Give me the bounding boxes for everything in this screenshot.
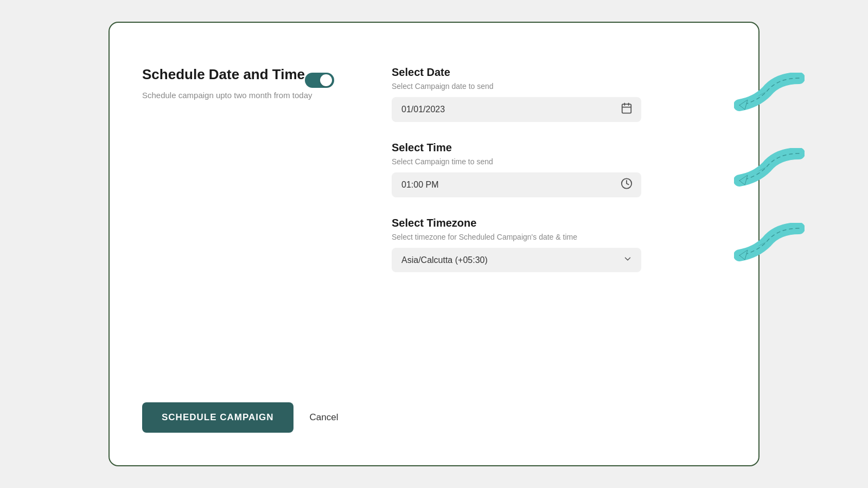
- right-section: Select Date Select Campaign date to send: [392, 55, 726, 272]
- schedule-card: Schedule Date and Time Schedule campaign…: [108, 22, 760, 466]
- timezone-field-block: Select Timezone Select timezone for Sche…: [392, 217, 726, 272]
- svg-line-20: [775, 181, 796, 191]
- time-field-label: Select Time: [392, 142, 726, 154]
- svg-line-15: [734, 148, 756, 159]
- date-field-hint: Select Campaign date to send: [392, 82, 726, 91]
- date-field-block: Select Date Select Campaign date to send: [392, 66, 726, 122]
- timezone-select-wrapper: Asia/Calcutta (+05:30) UTC (+00:00) Amer…: [392, 248, 641, 272]
- date-field-label: Select Date: [392, 66, 726, 79]
- svg-line-6: [734, 73, 756, 84]
- svg-line-26: [767, 255, 788, 266]
- toggle-knob: [320, 74, 332, 86]
- schedule-campaign-button[interactable]: SCHEDULE CAMPAIGN: [142, 402, 293, 433]
- arrow-decoration-timezone: [734, 223, 805, 266]
- arrow-decoration-time: [734, 148, 805, 191]
- footer: SCHEDULE CAMPAIGN Cancel: [142, 402, 338, 433]
- time-field-hint: Select Campaign time to send: [392, 157, 726, 166]
- left-section: Schedule Date and Time Schedule campaign…: [142, 66, 316, 102]
- svg-line-19: [767, 181, 788, 191]
- toggle-container[interactable]: [305, 73, 334, 88]
- svg-line-22: [734, 223, 756, 234]
- svg-line-11: [775, 105, 796, 116]
- time-field-block: Select Time Select Campaign time to send: [392, 142, 726, 197]
- svg-line-27: [775, 255, 796, 266]
- date-input-wrapper: [392, 97, 641, 122]
- time-input-wrapper: [392, 172, 641, 197]
- date-input[interactable]: [392, 97, 641, 122]
- arrow-decoration-date: [734, 73, 805, 116]
- schedule-toggle[interactable]: [305, 73, 334, 88]
- time-input[interactable]: [392, 172, 641, 197]
- section-title: Schedule Date and Time: [142, 66, 316, 83]
- timezone-field-label: Select Timezone: [392, 217, 726, 229]
- timezone-select[interactable]: Asia/Calcutta (+05:30) UTC (+00:00) Amer…: [392, 248, 641, 272]
- cancel-button[interactable]: Cancel: [310, 412, 339, 423]
- svg-line-10: [767, 105, 788, 116]
- section-subtitle: Schedule campaign upto two month from to…: [142, 89, 316, 102]
- svg-line-12: [783, 105, 805, 116]
- timezone-field-hint: Select timezone for Scheduled Campaign's…: [392, 233, 726, 241]
